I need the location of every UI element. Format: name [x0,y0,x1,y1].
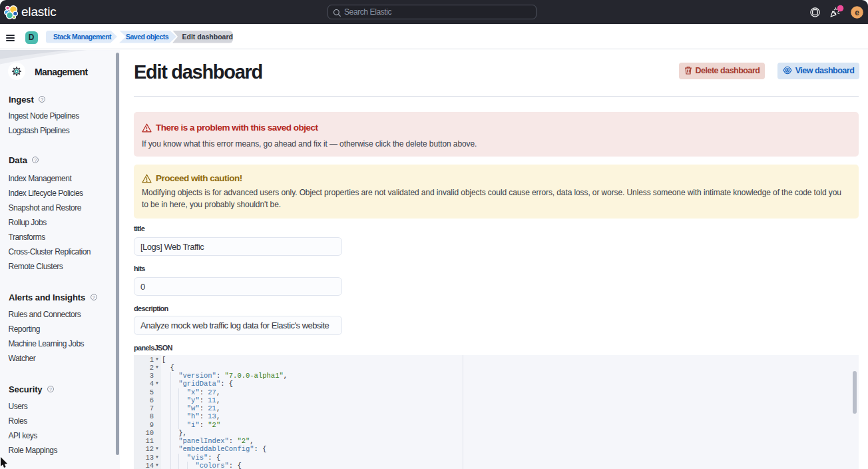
svg-text:e: e [855,8,859,17]
